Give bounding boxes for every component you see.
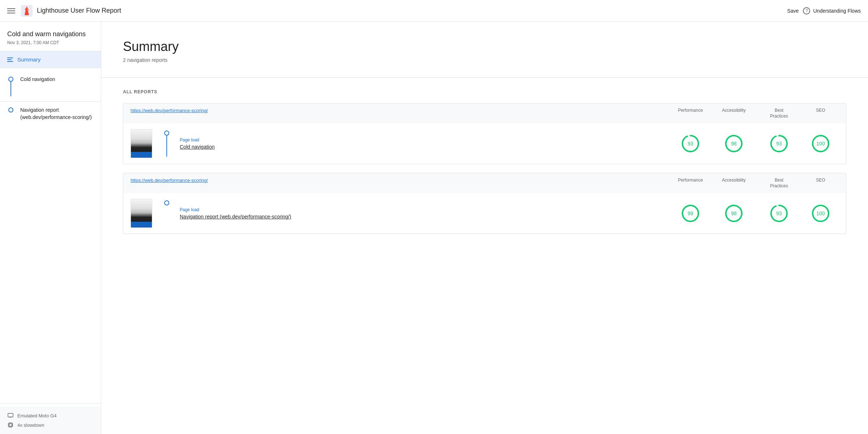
report-row-2: Page load Navigation report (web.dev/per… xyxy=(123,193,846,234)
flow-dot-2 xyxy=(164,200,169,205)
svg-text:93: 93 xyxy=(688,141,693,146)
summary-title: Summary xyxy=(123,39,846,54)
svg-text:93: 93 xyxy=(776,141,782,146)
project-title: Cold and warm navigations xyxy=(7,30,94,38)
list-icon xyxy=(7,58,13,62)
all-reports-label: ALL REPORTS xyxy=(123,89,846,94)
device-label-1: Emulated Moto G4 xyxy=(17,413,56,418)
svg-text:98: 98 xyxy=(731,141,737,146)
report-url-2[interactable]: https://web.dev/performance-scoring/ xyxy=(131,178,669,189)
col-performance-2: Performance xyxy=(669,178,712,189)
thumbnail-bar-1 xyxy=(131,152,152,158)
device-label-2: 4x slowdown xyxy=(17,422,44,428)
report-card-2: https://web.dev/performance-scoring/ Per… xyxy=(123,173,846,234)
col-seo-1: SEO xyxy=(803,108,839,119)
svg-text:100: 100 xyxy=(816,141,825,146)
nav-item-label-1: Cold navigation xyxy=(20,76,55,83)
device-info: Emulated Moto G4 xyxy=(0,407,101,434)
understanding-flows-label: Understanding Flows xyxy=(813,8,861,14)
sidebar-header: Cold and warm navigations Nov 3, 2021, 7… xyxy=(0,22,101,51)
app-header: Lighthouse User Flow Report Save ? Under… xyxy=(0,0,868,22)
sidebar-nav-item-1[interactable]: Cold navigation xyxy=(0,71,101,101)
report-thumbnail-2 xyxy=(131,199,152,228)
report-thumbnail-1 xyxy=(131,129,152,158)
col-performance-1: Performance xyxy=(669,108,712,119)
flow-connector-1 xyxy=(159,129,174,158)
app-title: Lighthouse User Flow Report xyxy=(37,7,783,14)
thumbnail-screen-2 xyxy=(131,199,152,222)
svg-rect-1 xyxy=(8,413,13,417)
nav-dot-1 xyxy=(8,77,13,82)
report-row-1: Page load Cold navigation 93 xyxy=(123,123,846,164)
sidebar-divider-4 xyxy=(0,403,101,404)
score-performance-1: 93 xyxy=(669,133,712,154)
sidebar-summary-item[interactable]: Summary xyxy=(0,51,101,68)
report-type-1: Page load xyxy=(180,137,669,142)
score-accessibility-2: 98 xyxy=(712,203,756,224)
sidebar: Cold and warm navigations Nov 3, 2021, 7… xyxy=(0,22,101,434)
report-card-1: https://web.dev/performance-scoring/ Per… xyxy=(123,103,846,164)
main-layout: Cold and warm navigations Nov 3, 2021, 7… xyxy=(0,22,868,434)
all-reports-section: ALL REPORTS https://web.dev/performance-… xyxy=(101,78,868,251)
main-content: Summary 2 navigation reports ALL REPORTS… xyxy=(101,22,868,434)
cpu-icon xyxy=(7,422,14,428)
flow-connector-2 xyxy=(159,199,174,228)
device-row-2: 4x slowdown xyxy=(7,422,94,428)
score-seo-1: 100 xyxy=(803,133,839,154)
save-button[interactable]: Save xyxy=(783,5,803,17)
nav-connector-2 xyxy=(7,107,14,112)
svg-rect-5 xyxy=(9,424,12,426)
col-accessibility-2: Accessibility xyxy=(712,178,756,189)
help-icon: ? xyxy=(803,7,810,14)
thumbnail-bar-2 xyxy=(131,222,152,227)
score-bestpractices-2: 93 xyxy=(756,203,803,224)
nav-item-label-2: Navigation report (web.dev/performance-s… xyxy=(20,107,94,121)
col-best-practices-2: BestPractices xyxy=(756,178,803,189)
score-seo-2: 100 xyxy=(803,203,839,224)
flow-line-1 xyxy=(166,136,167,157)
device-row-1: Emulated Moto G4 xyxy=(7,412,94,419)
monitor-icon xyxy=(7,412,14,419)
score-performance-2: 99 xyxy=(669,203,712,224)
col-accessibility-1: Accessibility xyxy=(712,108,756,119)
svg-text:98: 98 xyxy=(731,210,737,216)
score-accessibility-1: 98 xyxy=(712,133,756,154)
sidebar-nav: Cold navigation Navigation report (web.d… xyxy=(0,68,101,400)
col-seo-2: SEO xyxy=(803,178,839,189)
report-name-2[interactable]: Navigation report (web.dev/performance-s… xyxy=(180,214,669,220)
svg-text:93: 93 xyxy=(776,210,782,216)
thumbnail-screen-1 xyxy=(131,129,152,152)
project-date: Nov 3, 2021, 7:00 AM CDT xyxy=(7,40,94,45)
report-info-2: Page load Navigation report (web.dev/per… xyxy=(174,207,669,220)
report-table-header-1: https://web.dev/performance-scoring/ Per… xyxy=(123,103,846,123)
score-bestpractices-1: 93 xyxy=(756,133,803,154)
report-info-1: Page load Cold navigation xyxy=(174,137,669,150)
col-best-practices-1: BestPractices xyxy=(756,108,803,119)
flow-dot-1 xyxy=(164,131,169,136)
lighthouse-logo xyxy=(21,5,33,17)
report-type-2: Page load xyxy=(180,207,669,212)
nav-connector-1 xyxy=(7,76,14,96)
summary-subtitle: 2 navigation reports xyxy=(123,57,846,63)
summary-label: Summary xyxy=(17,56,41,63)
nav-dot-2 xyxy=(8,107,13,112)
report-url-1[interactable]: https://web.dev/performance-scoring/ xyxy=(131,108,669,119)
summary-section: Summary 2 navigation reports xyxy=(101,22,868,78)
report-table-header-2: https://web.dev/performance-scoring/ Per… xyxy=(123,173,846,193)
nav-line-1 xyxy=(10,82,11,96)
menu-button[interactable] xyxy=(7,8,15,13)
sidebar-nav-item-2[interactable]: Navigation report (web.dev/performance-s… xyxy=(0,102,101,126)
svg-text:100: 100 xyxy=(816,210,825,216)
understanding-flows-link[interactable]: ? Understanding Flows xyxy=(803,7,861,14)
svg-text:99: 99 xyxy=(688,210,693,216)
report-name-1[interactable]: Cold navigation xyxy=(180,144,669,150)
